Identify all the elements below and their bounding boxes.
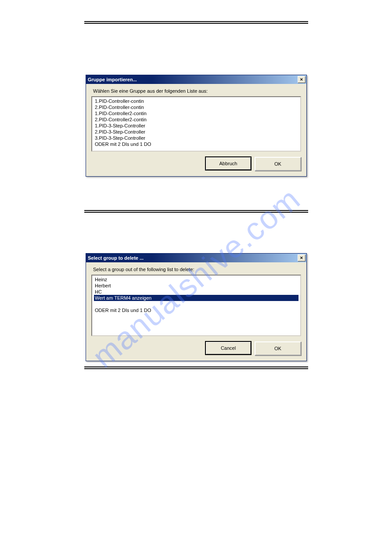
dialog-title: Gruppe importieren... <box>88 77 137 82</box>
list-item[interactable]: 2.PID-Controller2-contin <box>94 116 298 123</box>
list-item[interactable]: 1.PID-Controller2-contin <box>94 110 298 116</box>
list-item[interactable]: 1.PID-3-Step-Controller <box>94 123 298 129</box>
list-item[interactable]: Wert am TERM4 anzeigen <box>94 295 298 301</box>
ok-button[interactable]: OK <box>255 157 301 171</box>
list-item[interactable]: HC <box>94 289 298 295</box>
titlebar: Select group to delete ... ✕ <box>86 254 306 262</box>
delete-group-dialog: Select group to delete ... ✕ Select a gr… <box>86 253 307 361</box>
list-item[interactable]: 2.PID-Controller-contin <box>94 104 298 110</box>
titlebar: Gruppe importieren... ✕ <box>86 75 306 84</box>
cancel-button[interactable]: Cancel <box>205 341 251 355</box>
divider <box>84 210 308 211</box>
prompt-text: Select a group out of the following list… <box>93 267 301 272</box>
group-listbox[interactable]: HeinzHerbertHCWert am TERM4 anzeigen ODE… <box>91 275 301 336</box>
ok-button[interactable]: OK <box>255 341 301 355</box>
list-item[interactable]: ODER mit 2 DIs und 1 DO <box>94 307 298 313</box>
prompt-text: Wählen Sie eine Gruppe aus der folgenden… <box>93 88 301 94</box>
divider <box>84 212 308 213</box>
divider <box>84 21 308 22</box>
cancel-button[interactable]: Abbruch <box>205 157 251 170</box>
group-listbox[interactable]: 1.PID-Controller-contin2.PID-Controller-… <box>91 96 301 152</box>
import-group-dialog: Gruppe importieren... ✕ Wählen Sie eine … <box>86 75 307 177</box>
list-item[interactable]: Heinz <box>94 276 298 283</box>
list-item[interactable] <box>94 301 298 307</box>
divider <box>84 23 308 24</box>
list-item[interactable]: 3.PID-3-Step-Controller <box>94 135 298 141</box>
list-item[interactable]: 2.PID-3-Step-Controller <box>94 129 298 135</box>
list-item[interactable]: 1.PID-Controller-contin <box>94 98 298 104</box>
divider <box>84 366 308 367</box>
close-icon[interactable]: ✕ <box>298 254 306 261</box>
list-item[interactable]: ODER mit 2 DIs und 1 DO <box>94 141 298 147</box>
dialog-title: Select group to delete ... <box>88 255 144 261</box>
close-icon[interactable]: ✕ <box>298 76 306 83</box>
divider <box>84 368 308 369</box>
list-item[interactable]: Herbert <box>94 283 298 289</box>
